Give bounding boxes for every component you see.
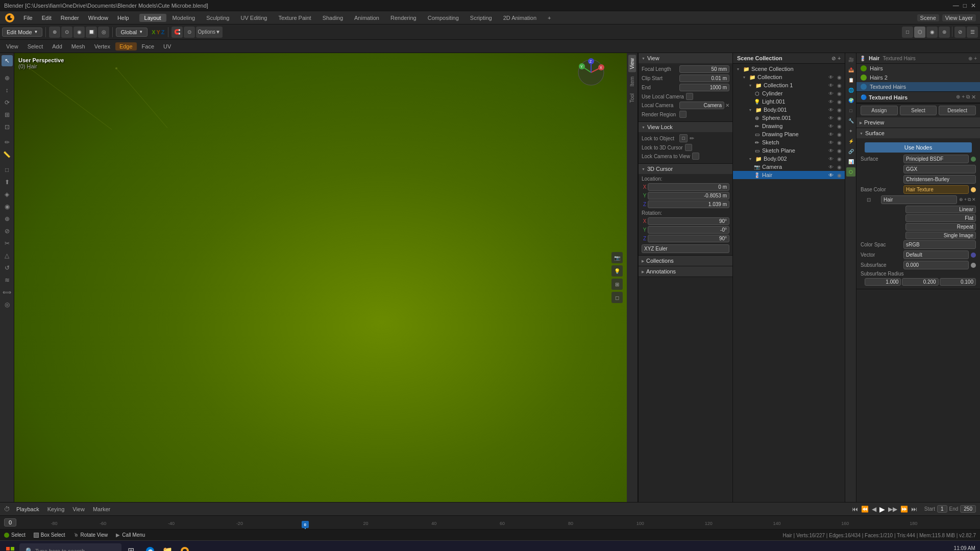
n-tab-tool[interactable]: Tool [628, 90, 636, 106]
scene-coll-root[interactable]: 📁 Scene Collection [733, 65, 845, 73]
coll-render-body002[interactable]: ◉ [836, 156, 843, 162]
tab-face[interactable]: Face [138, 42, 158, 51]
tl-ctrl-play[interactable]: ▶ [879, 505, 885, 513]
timeline-tab-keying[interactable]: Keying [45, 505, 67, 513]
tl-ctrl-prev-keyframe[interactable]: ⏪ [861, 506, 869, 513]
tab-select[interactable]: Select [23, 42, 47, 51]
left-tool-extrude[interactable]: ⬆ [2, 177, 13, 188]
tab-edge[interactable]: Edge [115, 42, 137, 51]
left-tool-loop-cut[interactable]: ⊕ [2, 213, 13, 224]
menu-window[interactable]: Window [84, 14, 112, 22]
view-layer-selector[interactable]: View Layer [942, 14, 976, 21]
tab-modeling[interactable]: Modeling [167, 14, 201, 22]
left-tool-shrink[interactable]: ◎ [2, 299, 13, 310]
panel-section-annotations-header[interactable]: Annotations [639, 266, 732, 277]
left-tool-move[interactable]: ↕ [2, 85, 13, 96]
blender-logo[interactable] [4, 12, 15, 23]
tab-layout[interactable]: Layout [139, 14, 166, 22]
viewport-shading-material[interactable]: ◉ [926, 27, 938, 38]
hair-browse-btn[interactable]: ⊕ [959, 197, 963, 203]
left-tool-annotate[interactable]: ✏ [2, 137, 13, 148]
tab-view[interactable]: View [2, 42, 22, 51]
mat-node-new[interactable]: + [962, 94, 965, 101]
tl-ctrl-jump-end[interactable]: ⏭ [911, 506, 917, 513]
left-tool-poly-build[interactable]: △ [2, 250, 13, 261]
mat-node-browse[interactable]: ⊕ [956, 94, 960, 101]
tab-scripting[interactable]: Scripting [465, 14, 497, 22]
local-camera-close[interactable]: ✕ [725, 103, 729, 108]
mat-browse[interactable]: ⊕ [968, 56, 972, 61]
panel-section-view-header[interactable]: View [639, 53, 732, 63]
coll-item-sphere001[interactable]: ⊛ Sphere.001 👁 ◉ [733, 114, 845, 122]
coll-eye-drawing-plane[interactable]: 👁 [827, 132, 835, 137]
tab-animation[interactable]: Animation [349, 14, 384, 22]
n-tab-view[interactable]: View [628, 55, 636, 72]
left-tool-edge-slide[interactable]: ⟺ [2, 287, 13, 298]
vp-icon-camera[interactable]: 📷 [611, 252, 623, 263]
use-nodes-btn[interactable]: Use Nodes [865, 142, 972, 153]
left-tool-transform[interactable]: ⊡ [2, 121, 13, 133]
coll-item-sketch-plane[interactable]: ▭ Sketch Plane 👁 ◉ [733, 146, 845, 155]
prop-tab-render[interactable]: 🎥 [846, 55, 855, 64]
coll-render-drawing-plane[interactable]: ◉ [836, 132, 843, 137]
left-tool-smooth[interactable]: ≋ [2, 274, 13, 286]
left-tool-select[interactable]: ↖ [2, 55, 13, 66]
prop-tab-constraints[interactable]: 🔗 [846, 147, 855, 156]
toolbar-icon-2[interactable]: ⊙ [61, 27, 72, 38]
prop-tab-object[interactable]: □ [846, 106, 855, 115]
tl-ctrl-prev-frame[interactable]: ◀ [872, 506, 876, 513]
tab-vertex[interactable]: Vertex [90, 42, 114, 51]
minimize-btn[interactable]: — [953, 2, 959, 9]
coll-item-cylinder[interactable]: ⬡ Cylinder 👁 ◉ [733, 89, 845, 97]
lock-3d-cursor-checkbox[interactable] [685, 144, 692, 151]
mat-select-btn[interactable]: Select [900, 106, 937, 115]
left-tool-inset[interactable]: ◈ [2, 189, 13, 200]
n-tab-item[interactable]: Item [628, 73, 636, 89]
tl-ctrl-jump-start[interactable]: ⏮ [852, 506, 858, 513]
tl-end-frame[interactable]: 250 [960, 505, 976, 513]
timeline-tab-playback[interactable]: Playback [14, 505, 41, 513]
hair-new-btn[interactable]: + [964, 197, 967, 203]
prop-tab-modifier[interactable]: 🔧 [846, 116, 855, 126]
timeline-tab-view[interactable]: View [70, 505, 87, 513]
coll-eye-body001[interactable]: 👁 [827, 107, 835, 113]
taskbar-start[interactable] [2, 543, 18, 552]
tab-sculpting[interactable]: Sculpting [201, 14, 234, 22]
coll-render-sphere001[interactable]: ◉ [836, 115, 843, 121]
scene-coll-filter[interactable]: ⊘ [831, 56, 836, 61]
surface-section-header[interactable]: Surface [856, 128, 980, 138]
left-tool-scale[interactable]: ⊞ [2, 109, 13, 120]
coll-render-hair[interactable]: ◉ [836, 172, 843, 178]
mat-new[interactable]: + [974, 56, 977, 61]
coll-item-drawing[interactable]: ✏ Drawing 👁 ◉ [733, 122, 845, 130]
lock-to-object-icon[interactable]: □ [679, 134, 688, 142]
use-local-camera-checkbox[interactable] [686, 93, 693, 100]
panel-section-3d-cursor-header[interactable]: 3D Cursor [639, 164, 732, 174]
coll-eye-drawing[interactable]: 👁 [827, 123, 835, 129]
viewport-shading-render[interactable]: ⊛ [939, 27, 950, 38]
coll-eye-body002[interactable]: 👁 [827, 156, 835, 162]
preview-section-header[interactable]: Preview [856, 117, 980, 128]
coll-item-body001[interactable]: 📁 Body.001 👁 ◉ [733, 106, 845, 114]
mat-assign-btn[interactable]: Assign [861, 106, 898, 115]
coordinate-system[interactable]: Global ▼ [116, 28, 148, 37]
taskbar-task-view[interactable]: ⊞ [122, 543, 139, 552]
coll-render-light001[interactable]: ◉ [836, 99, 843, 105]
close-btn[interactable]: ✕ [971, 2, 976, 9]
tab-mesh[interactable]: Mesh [67, 42, 89, 51]
current-frame-marker[interactable]: 0 [302, 521, 309, 528]
tab-add[interactable]: + [543, 14, 556, 22]
menu-file[interactable]: File [19, 14, 37, 22]
viewport[interactable]: User Perspective (0) Hair X Y Z 📷 💡 ⊞ [14, 53, 627, 502]
tl-ctrl-next-keyframe[interactable]: ⏩ [900, 506, 908, 513]
coll-eye-cylinder[interactable]: 👁 [827, 91, 835, 96]
tab-uv-editing[interactable]: UV Editing [235, 14, 272, 22]
taskbar-icon-blender[interactable] [177, 543, 193, 552]
mat-item-textured-hairs[interactable]: Textured Hairs [856, 82, 980, 91]
tl-start-frame[interactable]: 1 [937, 505, 947, 513]
left-tool-spin[interactable]: ↺ [2, 262, 13, 273]
tab-2d-animation[interactable]: 2D Animation [498, 14, 542, 22]
lock-to-object-edit[interactable]: ✏ [690, 135, 694, 142]
menu-help[interactable]: Help [113, 14, 133, 22]
scene-selector[interactable]: Scene [917, 14, 939, 21]
